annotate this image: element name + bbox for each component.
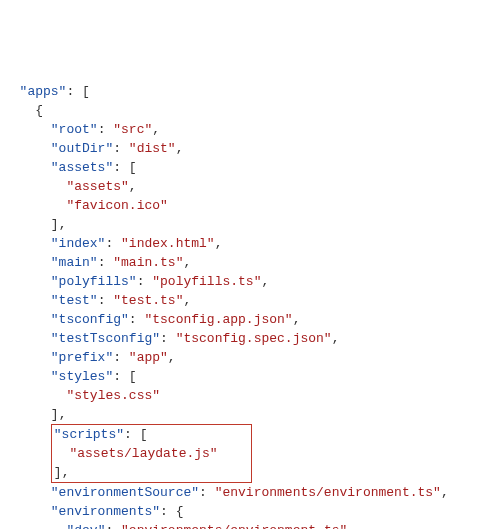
- json-str: "assets": [66, 179, 128, 194]
- code-block: "apps": [ { "root": "src", "outDir": "di…: [4, 82, 498, 529]
- json-key-tsconfig: "tsconfig": [51, 312, 129, 327]
- json-str: "main.ts": [113, 255, 183, 270]
- json-str: "polyfills.ts": [152, 274, 261, 289]
- json-str: "test.ts": [113, 293, 183, 308]
- json-str: "app": [129, 350, 168, 365]
- json-key-environmentSource: "environmentSource": [51, 485, 199, 500]
- json-key-index: "index": [51, 236, 106, 251]
- json-str: "tsconfig.app.json": [144, 312, 292, 327]
- json-key-scripts: "scripts": [54, 427, 124, 442]
- json-key-outDir: "outDir": [51, 141, 113, 156]
- json-str: "index.html": [121, 236, 215, 251]
- json-key-test: "test": [51, 293, 98, 308]
- json-str: "tsconfig.spec.json": [176, 331, 332, 346]
- json-str: "environments/environment.ts": [121, 523, 347, 529]
- json-key-apps: "apps": [20, 84, 67, 99]
- json-key-assets: "assets": [51, 160, 113, 175]
- json-str: "assets/laydate.js": [69, 446, 217, 461]
- json-key-main: "main": [51, 255, 98, 270]
- json-str: "styles.css": [66, 388, 160, 403]
- json-str: "environments/environment.ts": [215, 485, 441, 500]
- json-key-styles: "styles": [51, 369, 113, 384]
- highlight-box: "scripts": [ "assets/laydate.js" ],: [51, 424, 252, 483]
- json-str: "src": [113, 122, 152, 137]
- json-str: "favicon.ico": [66, 198, 167, 213]
- json-key-prefix: "prefix": [51, 350, 113, 365]
- json-key-root: "root": [51, 122, 98, 137]
- json-key-testTsconfig: "testTsconfig": [51, 331, 160, 346]
- json-key-dev: "dev": [66, 523, 105, 529]
- json-str: "dist": [129, 141, 176, 156]
- json-key-environments: "environments": [51, 504, 160, 519]
- json-key-polyfills: "polyfills": [51, 274, 137, 289]
